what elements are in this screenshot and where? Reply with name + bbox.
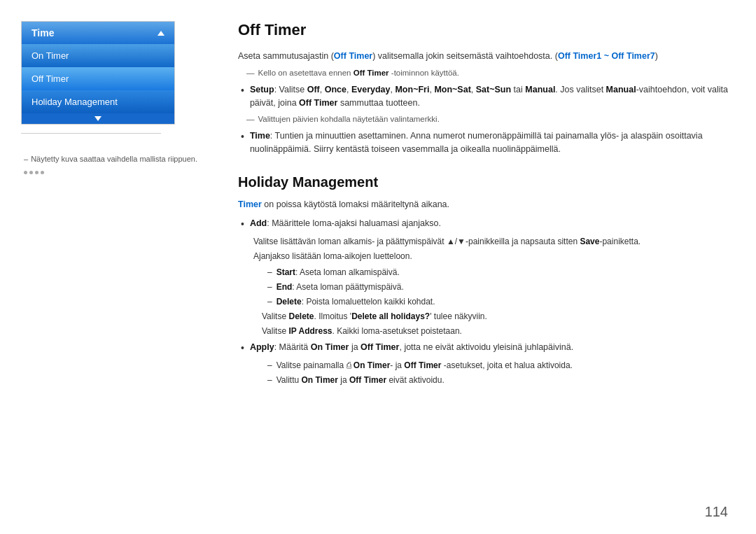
apply-sub-line2: – Valittu On Timer ja Off Timer eivät ak… (253, 374, 728, 386)
sub-bullet-start: – Start: Aseta loman alkamispäivä. (253, 266, 728, 279)
apply-sub-line1: – Valitse painamalla ⎙ On Timer- ja Off … (253, 359, 728, 372)
menu-box: Time On Timer Off Timer Holiday Manageme… (21, 21, 175, 125)
menu-title-label: Time (31, 27, 54, 38)
bullet-setup: • Setup: Valitse Off, Once, Everyday, Mo… (238, 83, 728, 110)
divider (21, 133, 161, 134)
dot-1 (24, 171, 27, 174)
arrow-down-icon (94, 116, 102, 121)
delete-extra2: Valitse IP Address. Kaikki loma-asetukse… (253, 325, 728, 337)
left-panel: Time On Timer Off Timer Holiday Manageme… (21, 21, 203, 513)
add-sub-line1: Valitse lisättävän loman alkamis- ja pää… (253, 235, 728, 248)
off-timer-blue2: Off Timer1 ~ Off Timer7 (558, 51, 655, 61)
apply-sub-content: – Valitse painamalla ⎙ On Timer- ja Off … (238, 359, 728, 386)
menu-item-on-timer[interactable]: On Timer (22, 44, 174, 67)
off-timer-sub-note: — Kello on asetettava ennen Off Timer -t… (238, 67, 728, 79)
dot-2 (29, 171, 33, 174)
bullet-add: • Add: Määrittele loma-ajaksi haluamasi … (238, 217, 728, 232)
menu-item-holiday[interactable]: Holiday Management (22, 90, 174, 113)
menu-title: Time (22, 22, 174, 44)
sub-bullet-delete: – Delete: Poista lomaluettelon kaikki ko… (253, 295, 728, 308)
sub-bullet-end: – End: Aseta loman päättymispäivä. (253, 281, 728, 293)
dot-3 (35, 171, 38, 174)
add-sub-line2: Ajanjakso lisätään loma-aikojen luettelo… (253, 250, 728, 262)
page-number: 114 (705, 504, 728, 520)
off-timer-valittu: — Valittujen päivien kohdalla näytetään … (238, 113, 728, 125)
add-sub-content: Valitse lisättävän loman alkamis- ja pää… (238, 235, 728, 337)
right-content: Off Timer Aseta sammutusajastin (Off Tim… (238, 21, 728, 513)
off-timer-intro: Aseta sammutusajastin (Off Timer) valits… (238, 49, 728, 63)
holiday-title: Holiday Management (238, 174, 728, 190)
bullet-time: • Time: Tuntien ja minuuttien asettamine… (238, 129, 728, 156)
holiday-intro: Timer on poissa käytöstä lomaksi määrite… (238, 197, 728, 211)
dots-row (21, 171, 203, 174)
menu-title-arrow-up-icon (158, 31, 164, 36)
off-timer-title: Off Timer (238, 21, 728, 39)
menu-bottom-arrow (22, 113, 174, 124)
delete-extra1: Valitse Delete. Ilmoitus 'Delete all hol… (253, 310, 728, 323)
menu-item-off-timer[interactable]: Off Timer (22, 67, 174, 90)
dot-4 (41, 171, 44, 174)
bullet-apply: • Apply: Määritä On Timer ja Off Timer, … (238, 341, 728, 356)
left-panel-note: – Näytetty kuva saattaa vaihdella mallis… (21, 153, 203, 165)
off-timer-blue1: Off Timer (334, 51, 372, 61)
